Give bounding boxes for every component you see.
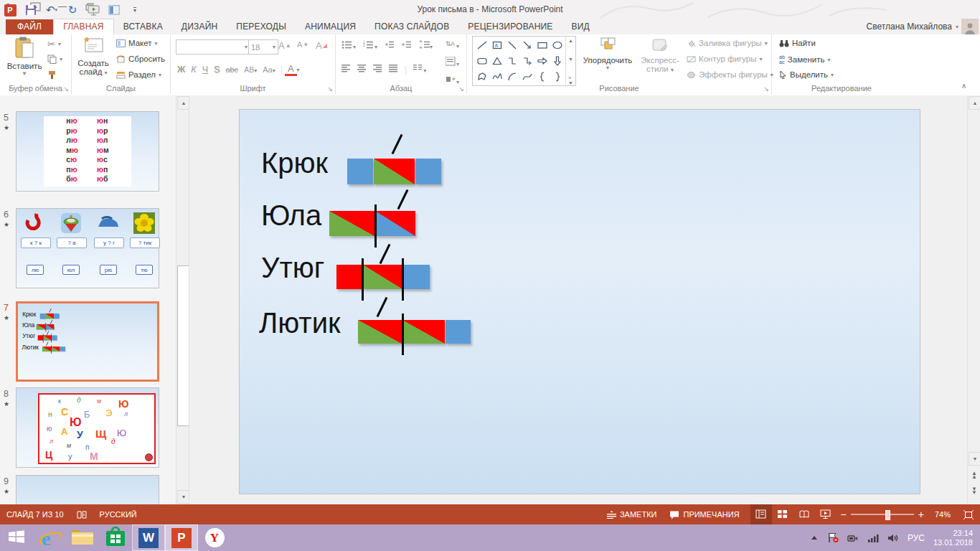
align-text-button[interactable]: ▾ — [446, 57, 459, 68]
tab-дизайн[interactable]: ДИЗАЙН — [172, 19, 227, 34]
layout-button[interactable]: Макет▾ — [116, 39, 158, 47]
sound-scheme-лютик[interactable] — [42, 347, 65, 352]
shape-line[interactable] — [474, 37, 489, 53]
power-plug-icon[interactable] — [847, 533, 859, 543]
animation-star-icon[interactable]: ★ — [4, 400, 9, 408]
shape-arc[interactable] — [504, 69, 519, 85]
clear-formatting-button[interactable]: А◢ — [316, 40, 327, 51]
redo-icon[interactable]: ↻ — [65, 3, 80, 17]
scrollbar-thumb[interactable] — [177, 265, 189, 426]
taskbar-windows-store-button[interactable] — [99, 524, 132, 551]
scroll-up-icon[interactable]: ▲ — [568, 38, 573, 43]
avatar[interactable] — [961, 19, 979, 34]
paste-button[interactable]: Вставить ▼ — [6, 36, 43, 77]
shape-left-brace[interactable] — [534, 69, 550, 85]
zoom-slider-thumb[interactable] — [885, 510, 890, 520]
tab-вид[interactable]: ВИД — [562, 19, 599, 34]
shape-freeform[interactable] — [474, 69, 489, 85]
scroll-down-icon[interactable]: ▼ — [568, 57, 573, 62]
powerpoint-logo-icon[interactable]: P — [3, 3, 17, 17]
cut-button[interactable]: ✂▾ — [47, 39, 61, 50]
font-dialog-launcher[interactable]: ↘ — [327, 85, 333, 93]
next-slide-button[interactable]: ▼▼ — [969, 484, 980, 496]
italic-button[interactable]: К — [188, 64, 199, 75]
slide-thumbnail-6[interactable]: к ? клю? аюлу ? грю? тиктю — [16, 208, 159, 288]
taskbar-file-explorer-button[interactable] — [66, 524, 99, 551]
section-button[interactable]: Раздел▾ — [116, 70, 161, 79]
tab-показ-слайдов[interactable]: ПОКАЗ СЛАЙДОВ — [365, 19, 458, 34]
vertical-scrollbar[interactable]: ▲ ▼ ▲▲ ▼▼ — [967, 95, 980, 504]
shape-elbow-arrow-connector[interactable] — [519, 53, 534, 69]
scroll-down-button[interactable]: ▼ — [969, 452, 980, 466]
justify-button[interactable] — [389, 65, 398, 75]
undo-icon[interactable]: ↶▾ — [44, 3, 59, 17]
taskbar-start-button[interactable] — [0, 524, 33, 551]
taskbar-word-button[interactable]: W — [132, 524, 165, 551]
reset-button[interactable]: Сбросить — [116, 55, 165, 63]
numbering-button[interactable]: 12▾ — [363, 40, 377, 51]
slide-indicator[interactable]: СЛАЙД 7 ИЗ 10 — [0, 504, 70, 524]
slide-thumbnail-5[interactable]: нюрюлюмюсюпюбююнюрюлюмюсюпюб — [16, 111, 159, 192]
zoom-in-button[interactable]: + — [918, 509, 924, 520]
change-case-button[interactable]: Аа▾ — [260, 65, 278, 75]
scroll-up-button[interactable]: ▲ — [969, 96, 980, 110]
user-account[interactable]: Светлана Михайлова ▾ — [867, 22, 958, 32]
select-button[interactable]: Выделить▾ — [779, 70, 834, 79]
text-shadow-button[interactable]: S — [211, 64, 222, 75]
show-hidden-icon[interactable] — [810, 534, 819, 542]
clipboard-dialog-launcher[interactable]: ↘ — [63, 85, 69, 93]
find-button[interactable]: Найти — [779, 39, 816, 47]
taskbar-yandex-browser-button[interactable]: Y — [198, 524, 231, 551]
slide-thumbnail-9[interactable] — [16, 475, 159, 504]
sound-scheme-лютик[interactable] — [358, 320, 471, 344]
decrease-indent-button[interactable] — [385, 40, 395, 51]
chevron-down-icon[interactable]: ▾ — [297, 67, 300, 73]
new-slide-button[interactable]: Создать слайд ▾ — [75, 36, 112, 76]
align-left-button[interactable] — [341, 65, 351, 75]
taskbar-powerpoint-button[interactable]: P — [165, 524, 198, 551]
animation-star-icon[interactable]: ★ — [4, 314, 9, 321]
taskbar-internet-explorer-button[interactable]: e — [33, 524, 66, 551]
reading-view-icon[interactable] — [107, 3, 121, 17]
grow-font-button[interactable]: А▲ — [278, 40, 291, 51]
view-slideshow-button[interactable] — [815, 504, 837, 524]
shrink-font-button[interactable]: А▼ — [297, 40, 308, 49]
sound-scheme-крюк[interactable] — [40, 314, 60, 319]
tab-файл[interactable]: ФАЙЛ — [6, 19, 53, 34]
tab-главная[interactable]: ГЛАВНАЯ — [53, 19, 113, 34]
language-switcher[interactable]: РУС — [908, 533, 925, 543]
animation-star-icon[interactable]: ★ — [4, 221, 9, 228]
character-spacing-button[interactable]: АВ▾ — [241, 65, 260, 75]
action-center-flag-icon[interactable] — [827, 532, 839, 543]
shape-isosceles-triangle[interactable] — [489, 53, 504, 69]
font-color-button[interactable]: А — [285, 63, 297, 76]
tab-рецензирование[interactable]: РЕЦЕНЗИРОВАНИЕ — [458, 19, 562, 34]
shape-line-thin[interactable] — [504, 37, 519, 53]
view-reading-button[interactable] — [793, 504, 815, 524]
comments-button[interactable]: ПРИМЕЧАНИЯ — [663, 504, 745, 524]
clock[interactable]: 23:14 13.01.2018 — [933, 529, 973, 547]
shape-down-arrow[interactable] — [550, 53, 565, 69]
slide-thumbnail-8[interactable]: кдмЮнСБЭлЮюАУЩЮлмпдЦуМ — [16, 387, 159, 468]
slide-canvas[interactable]: КрюкЮлаУтюгЛютик — [240, 110, 920, 494]
strikethrough-button[interactable]: abc — [222, 65, 241, 75]
fit-to-window-button[interactable] — [957, 504, 980, 524]
text-direction-button[interactable]: ⇅А▾ — [446, 39, 459, 50]
tab-переходы[interactable]: ПЕРЕХОДЫ — [227, 19, 296, 34]
tab-вставка[interactable]: ВСТАВКА — [114, 19, 172, 34]
view-normal-button[interactable] — [750, 504, 772, 524]
quick-styles-button[interactable]: Экспресс-стили ▾ — [636, 36, 684, 73]
shapes-gallery-scrollbar[interactable]: ▲ ▼ ≡▼ — [565, 37, 575, 87]
language-indicator[interactable]: РУССКИЙ — [93, 504, 143, 524]
animation-star-icon[interactable]: ★ — [4, 124, 9, 131]
bullets-button[interactable]: ▾ — [341, 40, 356, 51]
spell-check-button[interactable]: x — [70, 504, 93, 524]
shape-outline-button[interactable]: Контур фигуры▾ — [687, 55, 762, 63]
columns-button[interactable]: ▾ — [413, 65, 426, 75]
start-slideshow-icon[interactable] — [86, 3, 100, 17]
slide-thumbnail-7[interactable]: КрюкЮлаУтюгЛютик — [16, 301, 159, 382]
save-icon[interactable] — [24, 3, 38, 17]
shape-effects-button[interactable]: Эффекты фигуры▾ — [687, 70, 773, 79]
line-spacing-button[interactable]: ▾ — [419, 40, 433, 51]
notes-button[interactable]: ЗАМЕТКИ — [600, 504, 664, 524]
